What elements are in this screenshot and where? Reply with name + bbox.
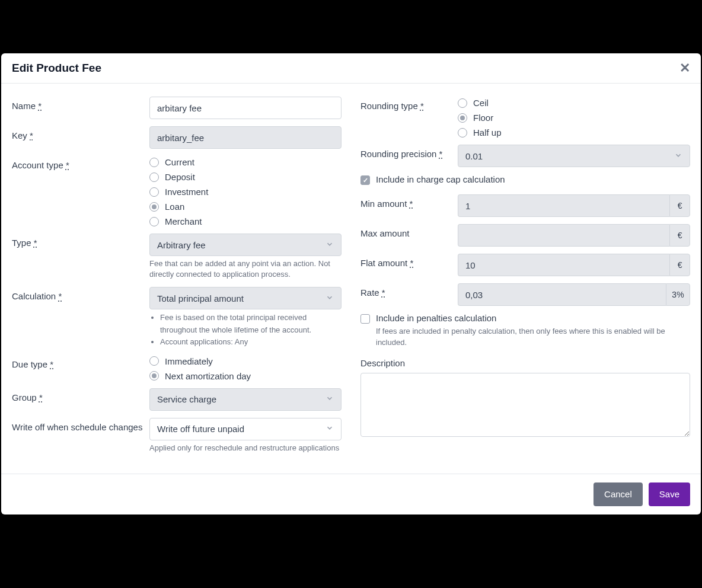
cancel-button[interactable]: Cancel	[593, 482, 643, 506]
calculation-help-list: Fee is based on the total principal rece…	[149, 312, 342, 347]
account-type-investment[interactable]: Investment	[149, 187, 342, 197]
rounding-type-halfup[interactable]: Half up	[458, 127, 690, 138]
modal-title: Edit Product Fee	[12, 62, 101, 75]
type-select[interactable]: Arbitrary fee	[149, 234, 342, 256]
account-type-deposit[interactable]: Deposit	[149, 172, 342, 182]
modal-footer: Cancel Save	[1, 474, 701, 514]
name-label: Name *	[12, 97, 149, 111]
write-off-select[interactable]: Write off future unpaid	[149, 418, 342, 440]
account-type-merchant[interactable]: Merchant	[149, 216, 342, 226]
form-column-right: Rounding type * Ceil Floor Half up Round…	[360, 97, 690, 461]
penalties-help-text: If fees are included in penalty calculat…	[376, 326, 690, 349]
checkbox-checked-icon: ✓	[360, 175, 370, 185]
key-label: Key *	[12, 126, 149, 140]
group-label: Group *	[12, 388, 149, 402]
modal-body: Name * Key * Account type *	[1, 84, 701, 474]
rounding-precision-label: Rounding precision *	[360, 145, 458, 159]
rate-label: Rate *	[360, 283, 458, 298]
due-type-immediately[interactable]: Immediately	[149, 356, 342, 366]
calculation-label: Calculation *	[12, 287, 149, 301]
currency-addon: €	[669, 194, 690, 217]
calculation-select[interactable]: Total principal amount	[149, 287, 342, 309]
checkbox-unchecked-icon	[360, 314, 370, 324]
chevron-down-icon	[326, 394, 334, 404]
percent-addon: 3%	[666, 283, 690, 306]
close-icon[interactable]: ✕	[679, 62, 690, 75]
rounding-type-label: Rounding type *	[360, 97, 458, 111]
currency-addon: €	[669, 254, 690, 276]
min-amount-input[interactable]	[458, 194, 669, 217]
rounding-type-ceil[interactable]: Ceil	[458, 98, 690, 108]
rate-input[interactable]	[458, 283, 666, 306]
chevron-down-icon	[326, 240, 334, 250]
form-column-left: Name * Key * Account type *	[12, 97, 342, 461]
chevron-down-icon	[674, 151, 682, 161]
description-label: Description	[360, 358, 690, 368]
write-off-label: Write off when schedule changes	[12, 418, 149, 432]
due-type-label: Due type *	[12, 355, 149, 369]
save-button[interactable]: Save	[649, 482, 690, 506]
penalties-checkbox[interactable]: Include in penalties calculation	[360, 313, 690, 324]
flat-amount-input[interactable]	[458, 254, 669, 276]
min-amount-label: Min amount *	[360, 194, 458, 209]
due-type-next-amortization[interactable]: Next amortization day	[149, 371, 342, 381]
type-label: Type *	[12, 234, 149, 248]
description-textarea[interactable]	[360, 373, 690, 437]
account-type-loan[interactable]: Loan	[149, 202, 342, 212]
rounding-type-radio-group: Ceil Floor Half up	[458, 97, 690, 138]
modal-header: Edit Product Fee ✕	[1, 53, 701, 84]
write-off-help-text: Applied only for reschedule and restruct…	[149, 443, 342, 453]
flat-amount-label: Flat amount *	[360, 254, 458, 268]
rounding-type-floor[interactable]: Floor	[458, 113, 690, 123]
max-amount-input[interactable]	[458, 224, 669, 247]
charge-cap-checkbox[interactable]: ✓ Include in charge cap calculation	[360, 174, 690, 185]
due-type-radio-group: Immediately Next amortization day	[149, 355, 342, 381]
chevron-down-icon	[326, 424, 334, 434]
edit-product-fee-modal: Edit Product Fee ✕ Name * Key *	[1, 53, 701, 514]
account-type-current[interactable]: Current	[149, 157, 342, 167]
type-help-text: Fee that can be added at any point via a…	[149, 258, 342, 280]
key-input	[149, 126, 342, 149]
account-type-radio-group: Current Deposit Investment Loan Merchant	[149, 156, 342, 226]
name-input[interactable]	[149, 97, 342, 119]
currency-addon: €	[669, 224, 690, 247]
group-select[interactable]: Service charge	[149, 388, 342, 411]
account-type-label: Account type *	[12, 156, 149, 170]
rounding-precision-select[interactable]: 0.01	[458, 145, 690, 167]
max-amount-label: Max amount	[360, 224, 458, 238]
chevron-down-icon	[326, 293, 334, 303]
